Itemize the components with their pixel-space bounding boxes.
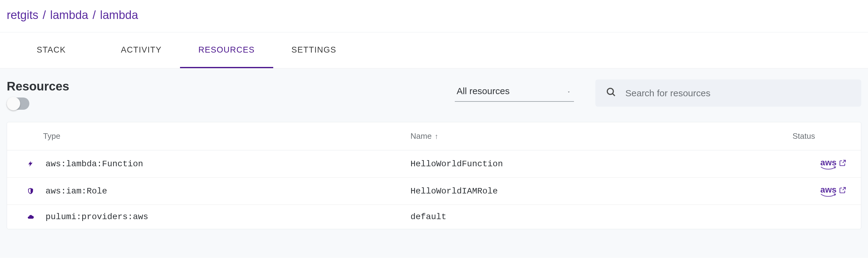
cell-type-text: aws:iam:Role <box>45 186 107 196</box>
cell-name: HelloWorldFunction <box>410 159 793 169</box>
aws-external-link[interactable]: aws <box>820 185 846 197</box>
svg-point-0 <box>607 88 613 94</box>
table-row[interactable]: aws:iam:Role HelloWorldIAMRole aws <box>7 178 861 205</box>
controls: All resources <box>455 80 861 107</box>
cell-type-text: pulumi:providers:aws <box>45 212 148 222</box>
cell-name: HelloWorldIAMRole <box>410 186 793 196</box>
tab-bar: STACK ACTIVITY RESOURCES SETTINGS <box>0 32 868 68</box>
cell-type: aws:lambda:Function <box>7 159 410 169</box>
cell-type-text: aws:lambda:Function <box>45 159 143 169</box>
cell-name: default <box>410 212 793 222</box>
external-link-icon <box>839 159 846 169</box>
column-header-status[interactable]: Status <box>793 131 861 141</box>
resource-table: Type Name ↑ Status aws:lambda:Function H… <box>7 122 861 229</box>
aws-external-link[interactable]: aws <box>820 158 846 170</box>
filter-selected-label: All resources <box>457 86 509 96</box>
breadcrumb-org[interactable]: retgits <box>7 8 38 22</box>
breadcrumb-stack[interactable]: lambda <box>100 8 138 22</box>
cell-type: pulumi:providers:aws <box>7 212 410 222</box>
search-icon <box>606 87 616 99</box>
column-header-name[interactable]: Name ↑ <box>410 131 793 141</box>
filter-select[interactable]: All resources <box>455 85 574 102</box>
svg-line-1 <box>613 93 615 96</box>
content-header: Resources All resources <box>7 80 861 110</box>
table-header: Type Name ↑ Status <box>7 122 861 150</box>
column-header-name-label: Name <box>410 131 432 141</box>
table-row[interactable]: pulumi:providers:aws default <box>7 205 861 229</box>
chevron-down-icon <box>565 86 572 96</box>
cell-type: aws:iam:Role <box>7 186 410 196</box>
tab-resources[interactable]: RESOURCES <box>180 32 273 68</box>
external-link-icon <box>839 186 846 196</box>
breadcrumb-separator: / <box>93 8 96 22</box>
tab-settings[interactable]: SETTINGS <box>273 32 355 68</box>
cell-link: aws <box>793 158 861 170</box>
tab-activity[interactable]: ACTIVITY <box>103 32 180 68</box>
aws-link-label: aws <box>820 185 837 195</box>
view-toggle[interactable] <box>7 97 29 110</box>
cloud-icon <box>26 214 35 220</box>
shield-icon <box>26 187 35 195</box>
cell-link: aws <box>793 185 861 197</box>
search-input[interactable] <box>625 88 851 98</box>
page-title: Resources <box>7 80 69 93</box>
table-row[interactable]: aws:lambda:Function HelloWorldFunction a… <box>7 150 861 178</box>
tab-stack[interactable]: STACK <box>0 32 103 68</box>
bolt-icon <box>26 159 35 168</box>
title-block: Resources <box>7 80 69 110</box>
breadcrumb-project[interactable]: lambda <box>50 8 88 22</box>
search-box[interactable] <box>595 80 861 107</box>
breadcrumb-bar: retgits / lambda / lambda <box>0 0 868 32</box>
toggle-knob <box>7 97 20 110</box>
content-area: Resources All resources <box>0 68 868 258</box>
column-header-type[interactable]: Type <box>7 131 410 141</box>
breadcrumb: retgits / lambda / lambda <box>7 8 861 22</box>
sort-ascending-icon: ↑ <box>435 132 438 141</box>
breadcrumb-separator: / <box>42 8 46 22</box>
aws-link-label: aws <box>820 158 837 167</box>
